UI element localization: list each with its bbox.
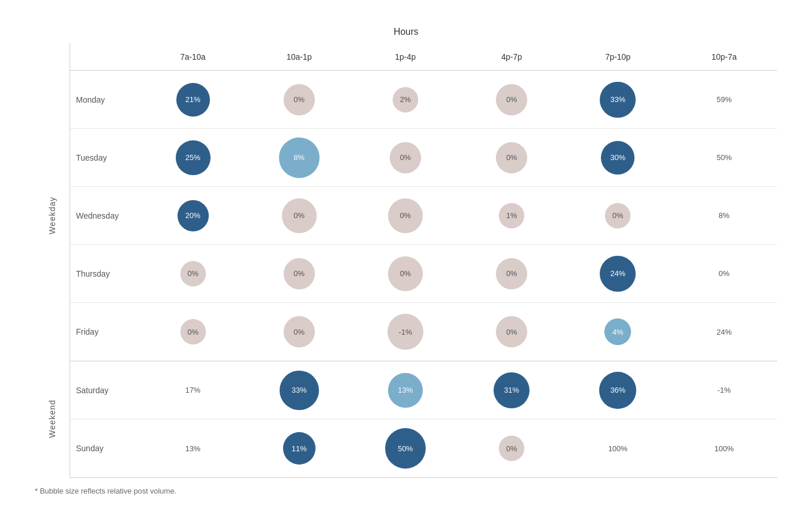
bubble: 0% — [284, 84, 315, 115]
data-cell: 0% — [246, 84, 352, 115]
row-label: Thursday — [70, 269, 140, 278]
table-area: 7a-10a10a-1p1p-4p4p-7p7p-10p10p-7a Monda… — [70, 43, 777, 478]
bubble: 33% — [600, 82, 636, 118]
bubble: 0% — [496, 142, 527, 173]
bubble: 13% — [388, 373, 423, 408]
col-header: 1p-4p — [352, 43, 458, 70]
data-row-wednesday: Wednesday20%0%0%1%0%8% — [70, 187, 777, 245]
bubble: 4% — [604, 318, 631, 345]
data-cell: 8% — [671, 211, 777, 220]
data-cell: 0% — [459, 142, 565, 173]
bubble: 24% — [600, 256, 636, 292]
data-cell: 0% — [459, 436, 565, 461]
data-cell: 50% — [671, 153, 777, 162]
bubble: 0% — [496, 84, 527, 115]
bubble: 0% — [390, 142, 421, 173]
data-cell: 20% — [140, 200, 246, 231]
data-row-saturday: Saturday17%33%13%31%36%-1% — [70, 361, 777, 419]
data-cell: 0% — [246, 316, 352, 347]
data-cell: 0% — [246, 258, 352, 289]
cell-text: 100% — [608, 444, 628, 453]
grid-wrapper: WeekdayWeekend 7a-10a10a-1p1p-4p4p-7p7p-… — [35, 43, 777, 478]
data-cell: 1% — [459, 203, 565, 229]
sections-container: Monday21%0%2%0%33%59%Tuesday25%8%0%0%30%… — [70, 71, 777, 478]
bubble: 30% — [601, 141, 635, 175]
col-header: 7a-10a — [140, 43, 246, 70]
col-header: 7p-10p — [565, 43, 671, 70]
bubble: 0% — [180, 319, 206, 345]
data-cell: 50% — [352, 428, 458, 469]
data-cell: 25% — [140, 140, 246, 175]
data-cell: 0% — [565, 203, 671, 229]
data-cell: 2% — [352, 87, 458, 113]
data-cell: 11% — [246, 432, 352, 465]
chart-container: Hours WeekdayWeekend 7a-10a10a-1p1p-4p4p… — [17, 15, 795, 507]
bubble: 0% — [284, 258, 315, 289]
bubble: 21% — [176, 83, 210, 117]
bubble: 0% — [388, 198, 423, 233]
bubble: 11% — [283, 432, 316, 465]
data-cell: 24% — [671, 328, 777, 336]
bubble: 8% — [279, 137, 320, 178]
bubble: 0% — [496, 258, 527, 289]
data-cell: 0% — [140, 319, 246, 345]
bubble: 33% — [280, 371, 319, 410]
data-cell: 4% — [565, 318, 671, 345]
cell-text: 24% — [716, 328, 731, 336]
row-label: Wednesday — [70, 211, 140, 220]
bubble: 0% — [499, 436, 524, 461]
cell-text: 100% — [715, 444, 734, 453]
bubble: 0% — [496, 316, 527, 347]
data-cell: 0% — [459, 258, 565, 289]
data-cell: 24% — [565, 256, 671, 292]
data-cell: 33% — [565, 82, 671, 118]
y-label-weekend: Weekend — [48, 400, 57, 438]
bubble: 0% — [284, 316, 315, 347]
data-row-monday: Monday21%0%2%0%33%59% — [70, 71, 777, 129]
data-row-thursday: Thursday0%0%0%0%24%0% — [70, 245, 777, 303]
data-cell: 0% — [459, 84, 565, 115]
data-cell: 31% — [459, 372, 565, 408]
col-header: 10p-7a — [671, 43, 777, 70]
data-cell: 0% — [352, 198, 458, 233]
y-axis: WeekdayWeekend — [35, 43, 70, 478]
row-label: Friday — [70, 327, 140, 336]
hours-title: Hours — [35, 27, 777, 37]
data-cell: 0% — [671, 269, 777, 278]
bubble: 50% — [385, 428, 426, 469]
data-cell: 17% — [140, 386, 246, 394]
bubble: 1% — [499, 203, 524, 229]
data-cell: 59% — [671, 95, 777, 104]
cell-text: 17% — [186, 386, 201, 394]
row-label: Monday — [70, 95, 140, 104]
data-cell: 0% — [352, 142, 458, 173]
bubble: 0% — [180, 261, 206, 287]
cell-text: 59% — [716, 95, 731, 104]
bubble: 36% — [599, 372, 636, 409]
cell-text: 8% — [719, 211, 730, 220]
cell-text: -1% — [717, 386, 731, 394]
bubble: 0% — [605, 203, 630, 229]
data-cell: 0% — [246, 198, 352, 233]
cell-text: 0% — [719, 269, 730, 278]
cell-text: 50% — [716, 153, 731, 162]
col-header: 10a-1p — [246, 43, 352, 70]
data-cell: 0% — [140, 261, 246, 287]
data-cell: 100% — [565, 444, 671, 453]
data-row-sunday: Sunday13%11%50%0%100%100% — [70, 419, 777, 477]
data-cell: 36% — [565, 372, 671, 409]
data-cell: 8% — [246, 137, 352, 178]
bubble: 25% — [176, 140, 211, 175]
bubble: 20% — [177, 200, 209, 231]
data-cell: -1% — [671, 386, 777, 394]
bubble: 31% — [494, 372, 530, 408]
y-group-weekend: Weekend — [35, 361, 70, 477]
bubble: 0% — [388, 256, 423, 291]
cell-text: 13% — [186, 444, 201, 453]
data-cell: 100% — [671, 444, 777, 453]
data-cell: 13% — [352, 373, 458, 408]
data-cell: 21% — [140, 83, 246, 117]
row-label: Tuesday — [70, 153, 140, 162]
header-row: 7a-10a10a-1p1p-4p4p-7p7p-10p10p-7a — [70, 43, 777, 71]
data-row-friday: Friday0%0%-1%0%4%24% — [70, 303, 777, 361]
